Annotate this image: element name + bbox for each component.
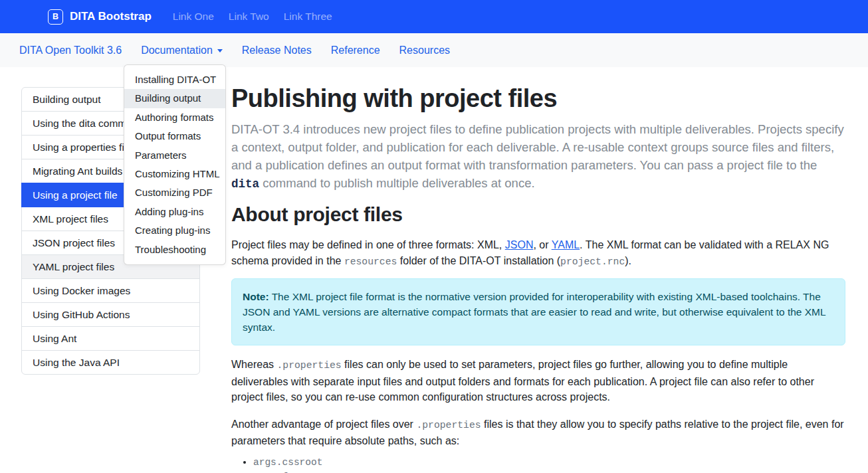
- inline-command: dita: [231, 177, 259, 191]
- dropdown-item-troubleshooting[interactable]: Troubleshooting: [124, 240, 225, 259]
- parameter-list: args.cssrootargs.ftrargs.hdfargs.hdr: [231, 455, 845, 473]
- text-run: DITA-OT 3.4 introduces new project files…: [231, 122, 844, 172]
- sidebar-item-using-docker-images[interactable]: Using Docker images: [21, 278, 200, 303]
- dropdown-item-customizing-pdf[interactable]: Customizing PDF: [124, 183, 225, 202]
- inline-link[interactable]: JSON: [505, 239, 534, 250]
- docnav-item-reference[interactable]: Reference: [331, 45, 380, 56]
- bootstrap-b-icon: B: [48, 9, 63, 25]
- sidebar-item-using-github-actions[interactable]: Using GitHub Actions: [21, 302, 200, 327]
- parameter-code: args.cssroot: [253, 457, 322, 468]
- text-run: Project files may be defined in one of t…: [231, 239, 505, 250]
- sidebar-item-using-the-java-api[interactable]: Using the Java API: [21, 350, 200, 375]
- text-run: folder of the DITA-OT installation (: [397, 255, 560, 266]
- paragraph: Whereas .properties files can only be us…: [231, 357, 845, 405]
- docnav-item-documentation[interactable]: Documentation: [141, 45, 223, 56]
- dropdown-item-output-formats[interactable]: Output formats: [124, 127, 225, 145]
- dropdown-item-building-output[interactable]: Building output: [124, 89, 225, 108]
- inline-code: project.rnc: [560, 256, 625, 267]
- inline-code: .properties: [416, 420, 481, 430]
- docnav-item-release-notes[interactable]: Release Notes: [242, 45, 312, 56]
- text-run: command to publish multiple deliverables…: [259, 176, 534, 190]
- dropdown-item-customizing-html[interactable]: Customizing HTML: [124, 165, 225, 183]
- intro-paragraph: Project files may be defined in one of t…: [231, 237, 845, 270]
- main-content: Publishing with project files DITA-OT 3.…: [231, 84, 845, 473]
- navbar-link-link-two[interactable]: Link Two: [221, 5, 276, 28]
- inline-code: resources: [344, 256, 397, 267]
- note-callout: Note: The XML project file format is the…: [231, 278, 845, 345]
- inline-code: .properties: [276, 360, 341, 371]
- brand-link[interactable]: B DITA Bootstrap: [48, 9, 152, 25]
- caret-down-icon: [217, 49, 223, 52]
- page-title: Publishing with project files: [231, 84, 845, 113]
- navbar-link-link-one[interactable]: Link One: [165, 5, 221, 28]
- section-heading: About project files: [231, 203, 845, 226]
- text-run: , or: [533, 239, 551, 250]
- dropdown-item-parameters[interactable]: Parameters: [124, 146, 225, 165]
- note-label: Note:: [243, 291, 269, 302]
- lead-paragraph: DITA-OT 3.4 introduces new project files…: [231, 120, 845, 193]
- dropdown-item-adding-plug-ins[interactable]: Adding plug-ins: [124, 203, 225, 221]
- inline-link[interactable]: YAML: [552, 239, 580, 250]
- top-nav-links: Link OneLink TwoLink Three: [165, 5, 340, 28]
- sidebar-item-using-ant[interactable]: Using Ant: [21, 326, 200, 351]
- text-run: ).: [625, 255, 631, 266]
- dropdown-item-creating-plug-ins[interactable]: Creating plug-ins: [124, 221, 225, 240]
- dropdown-item-authoring-formats[interactable]: Authoring formats: [124, 108, 225, 127]
- paragraph: Another advantage of project files over …: [231, 417, 845, 449]
- text-run: Whereas: [231, 359, 276, 370]
- text-run: The XML project file format is the norma…: [243, 291, 825, 333]
- parameter-list-item: args.ftr: [253, 470, 845, 473]
- text-run: Another advantage of project files over: [231, 419, 416, 430]
- docnav-item-dita-open-toolkit-3-6[interactable]: DITA Open Toolkit 3.6: [19, 45, 122, 56]
- brand-label: DITA Bootstrap: [70, 10, 152, 23]
- docnav-item-resources[interactable]: Resources: [399, 45, 450, 56]
- top-navbar: B DITA Bootstrap Link OneLink TwoLink Th…: [0, 0, 868, 33]
- documentation-dropdown-menu: Installing DITA-OTBuilding outputAuthori…: [124, 64, 226, 265]
- navbar-link-link-three[interactable]: Link Three: [276, 5, 340, 28]
- parameter-list-item: args.cssroot: [253, 455, 845, 470]
- doc-navbar: DITA Open Toolkit 3.6DocumentationReleas…: [0, 33, 868, 67]
- dropdown-item-installing-dita-ot[interactable]: Installing DITA-OT: [124, 70, 225, 89]
